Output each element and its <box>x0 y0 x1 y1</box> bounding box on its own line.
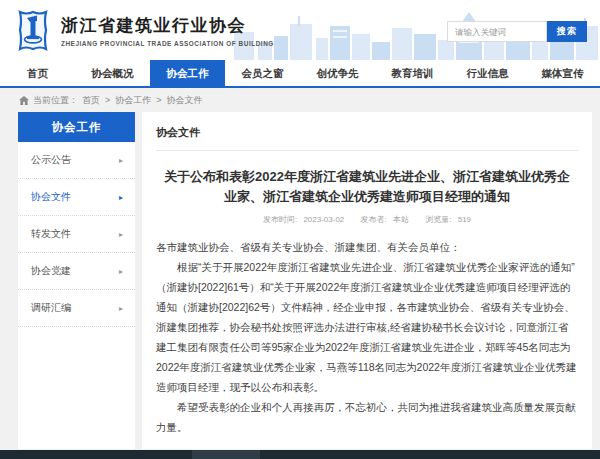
publish-time: 发布时间: 2023-03-02 <box>261 215 349 224</box>
breadcrumb-prefix: 当前位置： <box>33 94 78 107</box>
paragraph-salutation: 各市建筑业协会、省级有关专业协会、浙建集团、有关会员单位： <box>156 238 578 258</box>
breadcrumb: 当前位置： 首页 > 协会工作 > 协会文件 <box>0 88 600 112</box>
footer-segment <box>192 450 260 459</box>
paragraph-main: 根据“关于开展2022年度浙江省建筑业先进企业、浙江省建筑业优秀企业家评选的通知… <box>156 258 578 398</box>
nav-item-home[interactable]: 首页 <box>0 60 75 86</box>
chevron-right-icon: ▸ <box>119 193 123 202</box>
sidebar-item-forwarded-documents[interactable]: 转发文件 ▸ <box>18 216 135 253</box>
breadcrumb-separator: > <box>105 95 110 105</box>
sidebar-item-label: 协会文件 <box>31 190 71 204</box>
nav-item-industry-info[interactable]: 行业信息 <box>450 60 525 86</box>
paragraph-closing: 希望受表彰的企业和个人再接再厉，不忘初心，共同为推进我省建筑业高质量发展贡献力量… <box>156 398 578 438</box>
publisher: 发布者: 本站 <box>359 215 414 224</box>
footer-bar <box>0 450 600 459</box>
article-title: 关于公布和表彰2022年度浙江省建筑业先进企业、浙江省建筑业优秀企业家、浙江省建… <box>160 167 574 207</box>
sidebar-item-party-building[interactable]: 协会党建 ▸ <box>18 253 135 290</box>
chevron-right-icon: ▸ <box>119 156 123 165</box>
site-title: 浙江省建筑业行业协会 <box>61 14 274 37</box>
brand-text: 浙江省建筑业行业协会 ZHEJIANG PROVINCIAL TRADE ASS… <box>61 14 274 47</box>
sidebar-item-association-documents[interactable]: 协会文件 ▸ <box>18 179 135 216</box>
sidebar-item-label: 转发文件 <box>31 227 71 241</box>
nav-item-excellence[interactable]: 创优争先 <box>300 60 375 86</box>
breadcrumb-separator: > <box>156 95 161 105</box>
section-title: 协会文件 <box>156 125 578 151</box>
sidebar: 协会工作 公示公告 ▸ 协会文件 ▸ 转发文件 ▸ 协会党建 ▸ 调研汇编 ▸ <box>18 112 135 449</box>
search-button[interactable]: 搜索 <box>547 21 587 42</box>
chevron-right-icon: ▸ <box>119 230 123 239</box>
main-area: 协会工作 公示公告 ▸ 协会文件 ▸ 转发文件 ▸ 协会党建 ▸ 调研汇编 ▸ <box>0 112 600 449</box>
main-nav: 首页 协会概况 协会工作 会员之窗 创优争先 教育培训 行业信息 媒体宣传 <box>0 60 600 88</box>
page: 浙江省建筑业行业协会 ZHEJIANG PROVINCIAL TRADE ASS… <box>0 0 600 459</box>
search-bar: 搜索 <box>447 21 587 42</box>
sidebar-item-label: 调研汇编 <box>31 301 71 315</box>
nav-item-association-work[interactable]: 协会工作 <box>150 60 225 86</box>
sidebar-item-label: 公示公告 <box>31 153 71 167</box>
brand[interactable]: 浙江省建筑业行业协会 ZHEJIANG PROVINCIAL TRADE ASS… <box>13 9 274 52</box>
article-body: 各市建筑业协会、省级有关专业协会、浙建集团、有关会员单位： 根据“关于开展202… <box>156 238 578 449</box>
sidebar-title: 协会工作 <box>18 112 135 142</box>
view-count: 浏览量: 519 <box>423 215 473 224</box>
nav-item-association-overview[interactable]: 协会概况 <box>75 60 150 86</box>
site-subtitle: ZHEJIANG PROVINCIAL TRADE ASSOCIATION OF… <box>61 40 274 47</box>
chevron-right-icon: ▸ <box>119 267 123 276</box>
nav-item-education-training[interactable]: 教育培训 <box>375 60 450 86</box>
nav-item-member-window[interactable]: 会员之窗 <box>225 60 300 86</box>
sidebar-item-research-compilation[interactable]: 调研汇编 ▸ <box>18 290 135 327</box>
breadcrumb-link-home[interactable]: 首页 <box>82 94 100 107</box>
article-meta: 发布时间: 2023-03-02 发布者: 本站 浏览量: 519 <box>156 214 578 225</box>
chevron-right-icon: ▸ <box>119 304 123 313</box>
association-logo-icon <box>13 9 53 52</box>
breadcrumb-link-association-work[interactable]: 协会工作 <box>115 94 151 107</box>
site-header: 浙江省建筑业行业协会 ZHEJIANG PROVINCIAL TRADE ASS… <box>0 0 600 60</box>
nav-item-media[interactable]: 媒体宣传 <box>525 60 600 86</box>
search-input[interactable] <box>447 21 547 42</box>
breadcrumb-link-association-documents[interactable]: 协会文件 <box>167 94 203 107</box>
sidebar-item-label: 协会党建 <box>31 264 71 278</box>
home-icon <box>19 96 29 105</box>
article-panel: 协会文件 关于公布和表彰2022年度浙江省建筑业先进企业、浙江省建筑业优秀企业家… <box>142 112 592 449</box>
sidebar-item-public-notices[interactable]: 公示公告 ▸ <box>18 142 135 179</box>
